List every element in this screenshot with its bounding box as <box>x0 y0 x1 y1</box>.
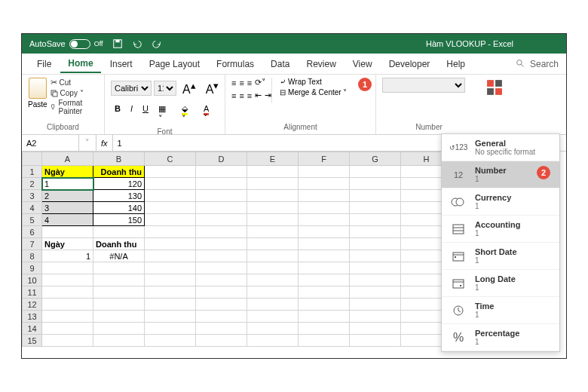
alignment-label: Alignment <box>231 123 369 131</box>
format-option-accounting[interactable]: Accounting1 <box>442 216 559 243</box>
copy-icon <box>51 90 58 97</box>
redo-icon[interactable] <box>152 38 162 49</box>
align-middle-icon[interactable]: ≡ <box>239 78 243 87</box>
align-center-icon[interactable]: ≡ <box>239 91 243 100</box>
indent-inc-icon[interactable]: ⇥ <box>265 90 271 100</box>
number-icon: 12 <box>449 167 467 183</box>
fill-color-button[interactable]: ⬙ ˅ <box>178 102 198 126</box>
select-all-corner[interactable] <box>23 152 42 166</box>
number-format-dropdown: ↺123 GeneralNo specific format 12 Number… <box>441 133 560 352</box>
svg-rect-18 <box>453 280 464 288</box>
borders-button[interactable]: ▦ ˅ <box>155 102 176 126</box>
format-option-currency[interactable]: Currency1 <box>442 188 559 216</box>
search-label: Search <box>530 59 559 69</box>
autosave-toggle[interactable]: AutoSave Off <box>29 39 103 49</box>
format-painter-button[interactable]: Format Painter <box>51 99 98 115</box>
fx-icon[interactable]: fx <box>96 135 113 151</box>
menu-developer[interactable]: Developer <box>381 56 438 72</box>
svg-rect-5 <box>53 92 57 96</box>
search-box[interactable]: Search <box>516 59 559 69</box>
paste-icon <box>29 78 47 99</box>
number-label: Number <box>382 123 476 131</box>
clock-icon <box>449 302 467 319</box>
svg-point-2 <box>517 60 522 66</box>
merge-center-button[interactable]: ⊟ Merge & Center ˅ <box>280 88 347 96</box>
save-icon[interactable] <box>112 38 123 49</box>
increase-font-icon[interactable]: A▴ <box>179 78 200 99</box>
format-option-long-date[interactable]: Long Date1 <box>442 270 559 297</box>
format-option-percentage[interactable]: % Percentage1 <box>442 324 559 351</box>
general-icon: ↺123 <box>449 139 467 156</box>
font-name-select[interactable]: Calibri <box>111 81 152 96</box>
search-icon <box>516 59 525 69</box>
svg-rect-9 <box>495 88 502 95</box>
autosave-state: Off <box>94 40 103 47</box>
annotation-badge-2: 2 <box>537 166 550 179</box>
format-option-time[interactable]: Time1 <box>442 297 559 324</box>
format-option-general[interactable]: ↺123 GeneralNo specific format <box>442 134 559 161</box>
toggle-switch[interactable] <box>69 39 90 49</box>
cut-button[interactable]: ✂Cut <box>51 78 98 87</box>
italic-button[interactable]: I <box>127 102 136 126</box>
formula-value[interactable]: 1 <box>113 139 127 148</box>
wrap-text-button[interactable]: ⤶ Wrap Text <box>280 78 347 86</box>
ribbon: Paste ✂Cut Copy ˅ Format Painter Clipboa… <box>22 75 566 135</box>
font-size-select[interactable]: 11 <box>154 81 176 96</box>
menu-home[interactable]: Home <box>60 55 100 73</box>
font-color-button[interactable]: A ˅ <box>200 102 219 126</box>
paste-button[interactable]: Paste <box>28 78 47 115</box>
ribbon-clipboard: Paste ✂Cut Copy ˅ Format Painter Clipboa… <box>22 75 105 134</box>
menu-bar: File Home Insert Page Layout Formulas Da… <box>22 54 566 75</box>
col-header[interactable]: C <box>145 152 196 166</box>
col-header[interactable]: A <box>42 152 93 166</box>
calendar-icon <box>449 275 467 292</box>
svg-point-11 <box>456 198 464 206</box>
menu-formulas[interactable]: Formulas <box>209 56 262 72</box>
window-title: Hàm VLOOKUP - Excel <box>162 39 559 48</box>
orientation-icon[interactable]: ⟳˅ <box>255 78 266 87</box>
col-header[interactable]: B <box>93 152 145 166</box>
styles-icon[interactable] <box>482 75 507 134</box>
align-top-icon[interactable]: ≡ <box>231 78 236 87</box>
bold-button[interactable]: B <box>111 102 124 126</box>
menu-review[interactable]: Review <box>299 56 343 72</box>
number-format-select[interactable] <box>382 78 465 93</box>
svg-rect-7 <box>495 80 502 87</box>
menu-file[interactable]: File <box>29 56 59 72</box>
menu-data[interactable]: Data <box>263 56 297 72</box>
align-bottom-icon[interactable]: ≡ <box>247 78 252 87</box>
undo-icon[interactable] <box>132 38 142 49</box>
ribbon-font: Calibri 11 A▴ A▾ B I U ▦ ˅ ⬙ ˅ A ˅ Font <box>105 75 225 134</box>
copy-button[interactable]: Copy ˅ <box>51 89 98 97</box>
svg-rect-20 <box>460 285 461 286</box>
menu-page-layout[interactable]: Page Layout <box>142 56 207 72</box>
name-box[interactable]: A2 <box>22 135 79 151</box>
align-left-icon[interactable]: ≡ <box>231 91 236 100</box>
indent-dec-icon[interactable]: ⇤ <box>255 90 262 100</box>
svg-rect-8 <box>487 88 494 95</box>
col-header[interactable]: D <box>196 152 247 166</box>
cut-icon: ✂ <box>51 78 57 87</box>
decrease-font-icon[interactable]: A▾ <box>202 78 223 99</box>
svg-rect-6 <box>487 80 494 87</box>
svg-rect-17 <box>455 256 456 258</box>
col-header[interactable]: F <box>299 152 350 166</box>
format-option-number[interactable]: 12 Number1 2 <box>442 161 559 188</box>
col-header[interactable]: G <box>350 152 401 166</box>
align-right-icon[interactable]: ≡ <box>247 91 252 100</box>
menu-insert[interactable]: Insert <box>103 56 140 72</box>
font-label: Font <box>111 127 219 136</box>
svg-rect-12 <box>453 225 464 234</box>
paste-label: Paste <box>28 100 47 109</box>
clipboard-label: Clipboard <box>28 123 98 131</box>
col-header[interactable]: E <box>247 152 299 166</box>
underline-button[interactable]: U <box>139 102 152 126</box>
ribbon-alignment: ≡ ≡ ≡ ⟳˅ ≡ ≡ ≡ ⇤ ⇥ ⤶ Wrap Text ⊟ <box>225 75 376 134</box>
svg-line-23 <box>458 311 461 312</box>
format-option-short-date[interactable]: Short Date1 <box>442 243 559 270</box>
calendar-icon <box>449 248 467 265</box>
menu-view[interactable]: View <box>345 56 380 72</box>
menu-help[interactable]: Help <box>439 56 473 72</box>
ribbon-number: 1 Number <box>376 75 482 134</box>
currency-icon <box>449 194 467 210</box>
